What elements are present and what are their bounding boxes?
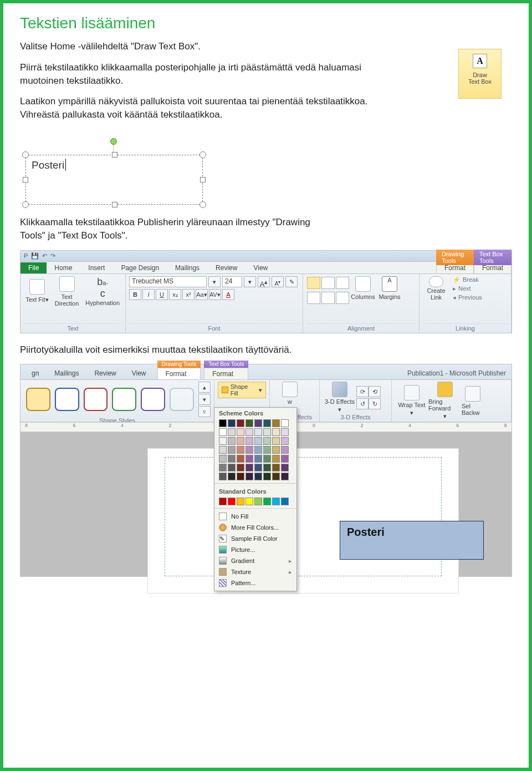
redo-icon[interactable]: ↷: [50, 252, 55, 260]
color-swatch[interactable]: [272, 446, 280, 454]
tab-design-partial[interactable]: gn: [24, 367, 47, 379]
color-swatch[interactable]: [263, 419, 271, 427]
next-link-button[interactable]: ▸ Next: [453, 285, 482, 292]
shape-style-3[interactable]: [84, 388, 108, 411]
color-swatch[interactable]: [228, 419, 236, 427]
resize-handle-sw[interactable]: [22, 201, 29, 208]
tab-drawing-format-2[interactable]: Format: [157, 368, 201, 379]
textbox-inner[interactable]: Posteri: [25, 155, 203, 205]
align-top-right-button[interactable]: [336, 277, 349, 289]
font-color-button[interactable]: A: [222, 289, 234, 300]
no-fill-item[interactable]: No Fill: [214, 511, 296, 522]
prev-link-button[interactable]: ◂ Previous: [453, 294, 482, 301]
color-swatch[interactable]: [228, 437, 236, 445]
color-swatch[interactable]: [219, 473, 227, 480]
color-swatch[interactable]: [245, 498, 253, 505]
tilt-left-icon[interactable]: ↺: [356, 398, 369, 409]
font-size-arrow-icon[interactable]: ▾: [244, 276, 256, 287]
pattern-fill-item[interactable]: Pattern...: [214, 577, 296, 589]
resize-handle-ne[interactable]: [200, 151, 206, 158]
superscript-button[interactable]: x²: [182, 289, 195, 300]
shrink-font-button[interactable]: A▾: [272, 276, 284, 287]
tab-textbox-format-2[interactable]: Format: [204, 368, 248, 379]
font-name-arrow-icon[interactable]: ▾: [208, 276, 221, 287]
color-swatch[interactable]: [254, 428, 262, 436]
tab-view-2[interactable]: View: [124, 367, 154, 379]
color-swatch[interactable]: [272, 464, 280, 471]
color-swatch[interactable]: [281, 446, 289, 454]
color-swatch[interactable]: [228, 473, 236, 480]
wrap-text-button[interactable]: Wrap Text▾: [395, 382, 428, 420]
color-swatch[interactable]: [237, 464, 244, 471]
resize-handle-w[interactable]: [23, 177, 28, 182]
resize-handle-se[interactable]: [200, 201, 206, 208]
shape-style-4[interactable]: [112, 388, 136, 411]
color-swatch[interactable]: [228, 464, 236, 471]
color-swatch[interactable]: [254, 419, 262, 427]
resize-handle-s[interactable]: [112, 202, 117, 207]
resize-handle-nw[interactable]: [22, 151, 29, 158]
tab-insert[interactable]: Insert: [80, 262, 113, 273]
color-swatch[interactable]: [272, 437, 280, 445]
color-swatch[interactable]: [254, 446, 262, 454]
color-swatch[interactable]: [254, 437, 262, 445]
tab-page-design[interactable]: Page Design: [113, 262, 167, 273]
color-swatch[interactable]: [254, 455, 262, 463]
font-size-combo[interactable]: 24: [222, 276, 242, 287]
tilt-right-icon[interactable]: ↻: [369, 398, 381, 409]
color-swatch[interactable]: [237, 437, 244, 445]
align-mid-center-button[interactable]: [321, 292, 335, 304]
break-link-button[interactable]: ⚡ Break: [453, 276, 482, 283]
color-swatch[interactable]: [245, 455, 253, 463]
texture-fill-item[interactable]: Texture▸: [214, 566, 296, 577]
tab-file[interactable]: File: [21, 262, 47, 273]
shape-style-1[interactable]: [26, 388, 50, 411]
text-direction-button[interactable]: Text Direction: [54, 276, 80, 307]
color-swatch[interactable]: [228, 446, 236, 454]
grow-font-button[interactable]: A▴: [258, 276, 270, 287]
align-mid-right-button[interactable]: [336, 292, 349, 304]
color-swatch[interactable]: [281, 428, 289, 436]
color-swatch[interactable]: [228, 428, 236, 436]
shape-style-6[interactable]: [170, 388, 194, 411]
color-swatch[interactable]: [237, 446, 244, 454]
more-colors-item[interactable]: More Fill Colors...: [214, 522, 296, 533]
underline-button[interactable]: U: [156, 289, 168, 300]
tab-mailings[interactable]: Mailings: [167, 262, 208, 273]
rotate-handle-icon[interactable]: [110, 138, 117, 145]
tab-view[interactable]: View: [245, 262, 276, 273]
sample-color-item[interactable]: ✎Sample Fill Color: [214, 533, 296, 544]
color-swatch[interactable]: [281, 464, 289, 471]
draw-text-box-button[interactable]: A Draw Text Box: [458, 49, 502, 99]
color-swatch[interactable]: [254, 473, 262, 480]
color-swatch[interactable]: [245, 446, 253, 454]
color-swatch[interactable]: [219, 419, 227, 427]
color-swatch[interactable]: [272, 498, 280, 505]
color-swatch[interactable]: [281, 419, 289, 427]
color-swatch[interactable]: [263, 428, 271, 436]
char-spacing-button[interactable]: AV▾: [209, 289, 221, 300]
bold-button[interactable]: B: [129, 289, 141, 300]
create-link-button[interactable]: Create Link: [423, 276, 449, 301]
change-case-button[interactable]: Aa▾: [196, 289, 208, 300]
italic-button[interactable]: I: [142, 289, 155, 300]
save-icon[interactable]: 💾: [31, 252, 39, 260]
resize-handle-n[interactable]: [112, 152, 117, 158]
undo-icon[interactable]: ↶: [42, 252, 47, 260]
color-swatch[interactable]: [219, 446, 227, 454]
color-swatch[interactable]: [281, 473, 289, 480]
gallery-down-icon[interactable]: ▾: [198, 394, 211, 405]
align-mid-left-button[interactable]: [307, 292, 320, 304]
shape-style-5[interactable]: [141, 388, 165, 411]
resize-handle-e[interactable]: [200, 177, 206, 182]
clear-formatting-button[interactable]: ✎: [285, 276, 298, 287]
color-swatch[interactable]: [263, 446, 271, 454]
tab-home[interactable]: Home: [47, 262, 80, 273]
text-fit-button[interactable]: Text Fit▾: [24, 279, 50, 303]
tilt-down-icon[interactable]: ⟲: [369, 386, 381, 397]
gradient-fill-item[interactable]: Gradient▸: [214, 555, 296, 566]
color-swatch[interactable]: [228, 455, 236, 463]
picture-fill-item[interactable]: Picture...: [214, 544, 296, 555]
color-swatch[interactable]: [272, 455, 280, 463]
tab-review-2[interactable]: Review: [86, 367, 124, 379]
